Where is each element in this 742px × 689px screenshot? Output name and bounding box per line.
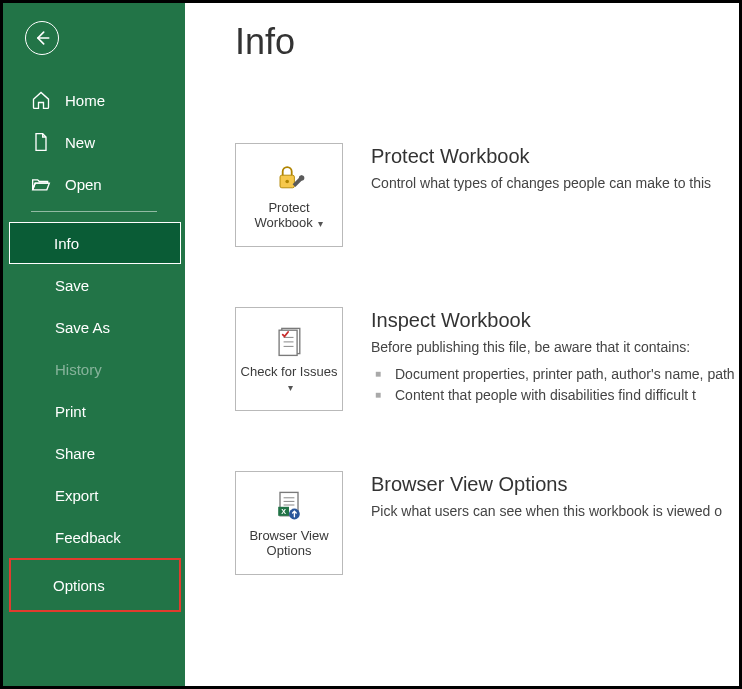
svg-rect-5 [279,330,297,355]
svg-point-2 [285,180,289,184]
folder-open-icon [31,174,51,194]
sidebar-item-label: Info [54,235,79,252]
section-protect-workbook: Protect Workbook ▾ Protect Workbook Cont… [235,143,739,247]
section-browser-view: X Browser View Options Browser View Opti… [235,471,739,575]
sidebar-item-label: History [55,361,102,378]
sidebar-item-save[interactable]: Save [3,264,185,306]
svg-point-3 [299,175,304,180]
section-desc: Pick what users can see when this workbo… [371,502,739,522]
sidebar-item-history: History [3,348,185,390]
back-button[interactable] [25,21,59,55]
checklist-icon [271,323,307,359]
section-body: Inspect Workbook Before publishing this … [371,307,739,411]
chevron-down-icon: ▾ [288,382,293,393]
sidebar-item-options[interactable]: Options [9,558,181,612]
sidebar-item-label: Print [55,403,86,420]
sidebar-item-feedback[interactable]: Feedback [3,516,185,558]
sidebar-item-info[interactable]: Info [9,222,181,264]
sidebar-item-new[interactable]: New [3,121,185,163]
browser-upload-icon: X [271,487,307,523]
sidebar-item-share[interactable]: Share [3,432,185,474]
page-title: Info [235,21,739,63]
sidebar-item-label: Save [55,277,89,294]
lock-key-icon [271,159,307,195]
sidebar-item-label: Home [65,92,105,109]
sidebar-divider [31,211,157,212]
sidebar-item-home[interactable]: Home [3,79,185,121]
sidebar-item-label: Export [55,487,98,504]
sidebar-item-open[interactable]: Open [3,163,185,205]
section-title: Inspect Workbook [371,309,739,332]
home-icon [31,90,51,110]
sidebar-item-label: Open [65,176,102,193]
sidebar: Home New Open Info Save Save As [3,3,185,686]
bullet-item: Document properties, printer path, autho… [371,364,739,385]
section-title: Browser View Options [371,473,739,496]
section-body: Protect Workbook Control what types of c… [371,143,739,247]
section-title: Protect Workbook [371,145,739,168]
sidebar-item-export[interactable]: Export [3,474,185,516]
tile-label: Browser View Options [240,529,338,559]
sidebar-item-label: Share [55,445,95,462]
inspect-bullets: Document properties, printer path, autho… [371,364,739,406]
document-icon [31,132,51,152]
section-desc: Control what types of changes people can… [371,174,739,194]
main-content: Info Protect Workbook ▾ Protect Workbook… [185,3,739,686]
sidebar-item-label: Feedback [55,529,121,546]
section-desc: Before publishing this file, be aware th… [371,338,739,358]
section-inspect-workbook: Check for Issues ▾ Inspect Workbook Befo… [235,307,739,411]
bullet-item: Content that people with disabilities fi… [371,385,739,406]
sidebar-item-label: New [65,134,95,151]
protect-workbook-button[interactable]: Protect Workbook ▾ [235,143,343,247]
arrow-left-icon [32,28,52,48]
section-body: Browser View Options Pick what users can… [371,471,739,575]
svg-text:X: X [281,507,286,516]
sidebar-item-save-as[interactable]: Save As [3,306,185,348]
sidebar-item-label: Options [53,577,105,594]
tile-label: Check for Issues ▾ [240,365,338,395]
sidebar-item-label: Save As [55,319,110,336]
backstage-view: Home New Open Info Save Save As [3,3,739,686]
browser-view-options-button[interactable]: X Browser View Options [235,471,343,575]
sidebar-item-print[interactable]: Print [3,390,185,432]
tile-label: Protect Workbook ▾ [240,201,338,231]
chevron-down-icon: ▾ [318,218,323,229]
check-for-issues-button[interactable]: Check for Issues ▾ [235,307,343,411]
